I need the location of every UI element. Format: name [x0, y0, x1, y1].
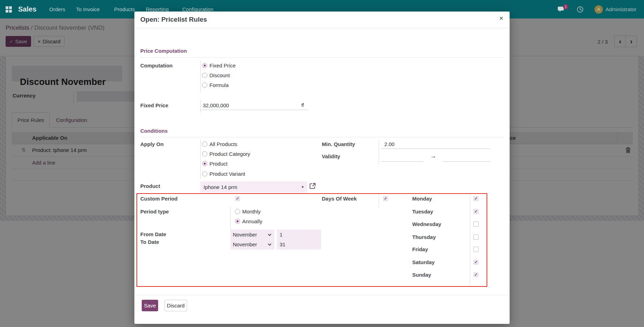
custom-period-label: Custom Period: [140, 196, 178, 202]
radio-monthly-label[interactable]: Monthly: [242, 209, 261, 215]
validity-from-input[interactable]: [381, 155, 423, 162]
chevron-down-icon: [268, 232, 272, 236]
field-separator: [379, 140, 379, 165]
min-quantity-label: Min. Quantity: [322, 141, 355, 147]
to-day-input[interactable]: 31: [277, 239, 321, 249]
validity-to-input[interactable]: [443, 155, 490, 162]
validity-label: Validity: [322, 153, 340, 159]
product-value: Iphone 14 prm: [203, 184, 237, 190]
from-date-label: From Date: [140, 231, 166, 237]
field-separator: [200, 61, 201, 93]
day-saturday-checkbox[interactable]: ✓: [473, 260, 479, 265]
from-month-select[interactable]: November: [230, 230, 274, 240]
radio-discount[interactable]: [202, 73, 207, 79]
to-month-select[interactable]: November: [230, 239, 274, 249]
dialog-save-button[interactable]: Save: [142, 300, 158, 311]
field-separator: [200, 140, 201, 179]
messages-badge: 1: [563, 4, 568, 9]
radio-annually-label[interactable]: Annually: [242, 218, 262, 224]
day-friday-checkbox[interactable]: [473, 247, 479, 252]
nav-item-products[interactable]: Products: [114, 0, 135, 19]
section-divider: [140, 137, 504, 137]
apply-on-label: Apply On: [140, 141, 164, 147]
fixed-price-underline: [200, 103, 308, 110]
arrow-right-icon: →: [430, 153, 436, 160]
days-of-week-checkbox[interactable]: ✓: [383, 196, 388, 201]
radio-annually[interactable]: [235, 219, 240, 225]
day-wednesday-label: Wednesday: [412, 221, 441, 227]
app-name[interactable]: Sales: [18, 0, 36, 19]
chevron-down-icon: [268, 242, 272, 246]
section-price-computation: Price Computation: [140, 48, 187, 54]
day-list-separator: [470, 195, 470, 286]
radio-product-category-label[interactable]: Product Category: [209, 151, 250, 157]
radio-all-products[interactable]: [202, 141, 207, 148]
radio-fixed-price[interactable]: [202, 63, 207, 70]
day-tuesday-label: Tuesday: [412, 209, 433, 215]
radio-formula[interactable]: [202, 82, 207, 89]
from-day-input[interactable]: 1: [277, 230, 321, 240]
product-label: Product: [140, 183, 160, 189]
dialog-close-icon[interactable]: ×: [499, 14, 503, 22]
user-menu[interactable]: Administrator: [606, 0, 636, 19]
section-divider: [140, 57, 504, 58]
custom-period-checkbox[interactable]: ✓: [235, 196, 240, 201]
day-thursday-checkbox[interactable]: [473, 234, 479, 240]
pricelist-rules-dialog: Open: Pricelist Rules × Price Computatio…: [134, 12, 510, 324]
dialog-title: Open: Pricelist Rules: [140, 16, 207, 23]
to-date-label: To Date: [140, 239, 159, 245]
section-conditions: Conditions: [140, 128, 168, 134]
day-sunday-checkbox[interactable]: ✓: [473, 272, 479, 277]
nav-item-to-invoice[interactable]: To Invoice: [76, 0, 100, 19]
dialog-header-divider: [134, 28, 510, 28]
fixed-price-label: Fixed Price: [140, 102, 168, 108]
avatar[interactable]: A: [594, 5, 603, 14]
radio-discount-label[interactable]: Discount: [209, 72, 230, 78]
radio-product-variant[interactable]: [202, 171, 207, 178]
radio-product-variant-label[interactable]: Product Variant: [209, 171, 245, 177]
min-quantity-underline: [381, 142, 490, 149]
caret-down-icon: ▾: [302, 184, 304, 189]
radio-product-category[interactable]: [202, 151, 207, 158]
day-monday-checkbox[interactable]: ✓: [473, 196, 479, 201]
dialog-discard-button[interactable]: Discard: [164, 300, 187, 311]
product-field[interactable]: Iphone 14 prm ▾: [200, 181, 307, 192]
radio-all-products-label[interactable]: All Products: [209, 141, 237, 147]
radio-formula-label[interactable]: Formula: [209, 82, 229, 88]
day-friday-label: Friday: [412, 246, 428, 252]
external-link-icon[interactable]: [309, 183, 316, 189]
field-separator: [379, 195, 379, 208]
period-type-label: Period type: [140, 209, 169, 215]
computation-label: Computation: [140, 63, 172, 68]
days-of-week-label: Days Of Week: [322, 196, 357, 202]
day-thursday-label: Thursday: [412, 234, 436, 240]
day-sunday-label: Sunday: [412, 272, 431, 278]
day-saturday-label: Saturday: [412, 259, 435, 265]
radio-product-label[interactable]: Product: [209, 161, 228, 167]
dialog-footer-divider: [134, 295, 510, 295]
radio-product[interactable]: [202, 161, 207, 168]
nav-item-orders[interactable]: Orders: [49, 0, 65, 19]
radio-fixed-price-label[interactable]: Fixed Price: [209, 63, 236, 68]
activities-clock-icon[interactable]: [577, 6, 584, 13]
day-wednesday-checkbox[interactable]: [473, 221, 479, 227]
apps-grid-icon[interactable]: [6, 6, 12, 12]
day-monday-label: Monday: [412, 196, 432, 202]
day-tuesday-checkbox[interactable]: ✓: [473, 209, 479, 214]
radio-monthly[interactable]: [235, 209, 240, 216]
screen: Sales Orders To Invoice Products Reporti…: [0, 0, 644, 327]
